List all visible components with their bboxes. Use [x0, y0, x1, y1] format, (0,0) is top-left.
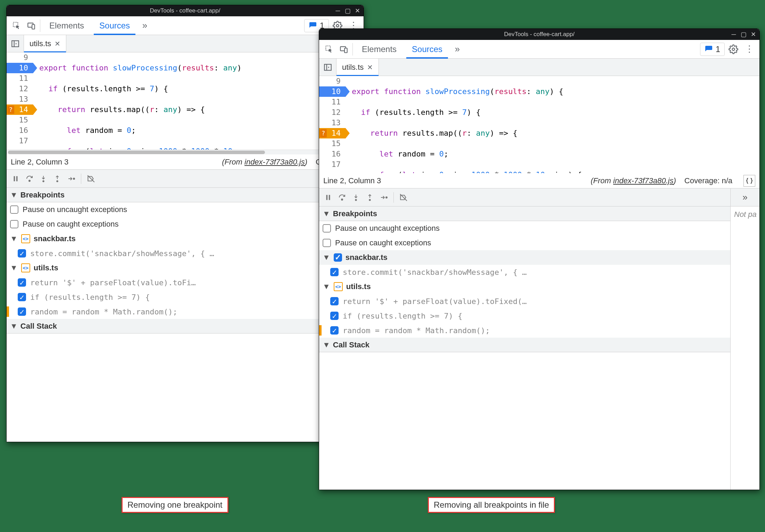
breakpoint-item[interactable]: ✓ if (results.length >= 7) { 10 — [319, 309, 759, 323]
pause-uncaught-row[interactable]: Pause on uncaught exceptions — [319, 221, 759, 236]
more-panes-icon[interactable]: » — [731, 188, 759, 206]
line-gutter[interactable]: 9 10 11 12 13 ?14 15 16 17 — [7, 52, 33, 150]
tab-elements[interactable]: Elements — [354, 40, 404, 58]
breakpoint-item[interactable]: ✓ return '$' + parseFloat(value).toFixed… — [319, 294, 759, 309]
navigator-toggle-icon[interactable] — [7, 35, 24, 52]
source-origin-link[interactable]: index-73f73a80.js — [613, 176, 674, 185]
checkbox-checked[interactable]: ✓ — [18, 249, 26, 257]
inspect-icon[interactable] — [9, 18, 24, 33]
checkbox-checked[interactable]: ✓ — [330, 268, 339, 276]
more-tabs-icon[interactable]: » — [450, 42, 465, 57]
breakpoint-item[interactable]: ✓ random = random * Math.random(); 14 — [7, 304, 364, 319]
gutter-line-breakpoint[interactable]: 10 — [319, 86, 346, 97]
navigator-toggle-icon[interactable] — [319, 59, 336, 76]
step-icon[interactable] — [377, 191, 391, 204]
gutter-line[interactable]: 13 — [7, 94, 33, 104]
gutter-line[interactable]: 11 — [7, 73, 33, 84]
step-out-icon[interactable] — [363, 191, 377, 204]
checkbox-checked[interactable]: ✓ — [18, 307, 26, 316]
step-into-icon[interactable] — [36, 172, 50, 186]
gutter-line[interactable]: 11 — [319, 97, 346, 107]
gutter-line[interactable]: 15 — [319, 138, 346, 149]
tab-elements[interactable]: Elements — [42, 16, 92, 35]
inspect-icon[interactable] — [322, 42, 336, 57]
checkbox-checked[interactable]: ✓ — [18, 293, 26, 301]
pause-icon[interactable] — [321, 191, 335, 204]
gutter-line[interactable]: 12 — [7, 84, 33, 94]
gutter-line-conditional-breakpoint[interactable]: ?14 — [7, 104, 33, 115]
titlebar[interactable]: DevTools - coffee-cart.app/ ─ ▢ ✕ — [319, 29, 759, 40]
breakpoint-item[interactable]: ✓ store.commit('snackbar/showMessage', {… — [7, 246, 364, 261]
gutter-line[interactable]: 13 — [319, 118, 346, 128]
code-content[interactable]: export function slowProcessing(results: … — [346, 76, 759, 173]
code-content[interactable]: export function slowProcessing(results: … — [33, 52, 364, 150]
gutter-line[interactable]: 9 — [7, 52, 33, 63]
checkbox-unchecked[interactable] — [10, 220, 18, 228]
minimize-button[interactable]: ─ — [730, 30, 738, 39]
close-button[interactable]: ✕ — [353, 7, 361, 15]
breakpoints-section-header[interactable]: ▼ Breakpoints — [319, 206, 759, 221]
checkbox-checked[interactable]: ✓ — [330, 326, 339, 335]
close-tab-icon[interactable]: ✕ — [55, 40, 60, 48]
gutter-line[interactable]: 15 — [7, 115, 33, 125]
pretty-print-icon[interactable] — [743, 175, 755, 187]
breakpoint-group-snackbar[interactable]: ▼ <> snackbar.ts — [7, 231, 364, 246]
minimize-button[interactable]: ─ — [334, 7, 342, 15]
deactivate-breakpoints-icon[interactable] — [84, 172, 98, 186]
breakpoint-item-hovered[interactable]: ✓ return '$' + parseFloat(value).toFi… 2 — [7, 275, 364, 290]
checkbox-checked[interactable]: ✓ — [330, 297, 339, 305]
close-button[interactable]: ✕ — [749, 30, 757, 39]
gutter-line[interactable]: 12 — [319, 107, 346, 118]
settings-icon[interactable] — [726, 42, 741, 57]
checkbox-unchecked[interactable] — [10, 205, 18, 214]
line-gutter[interactable]: 9 10 11 12 13 ?14 15 16 17 — [319, 76, 346, 173]
kebab-menu-icon[interactable]: ⋮ — [742, 42, 757, 57]
pause-uncaught-row[interactable]: Pause on uncaught exceptions — [7, 202, 364, 217]
callstack-section-header[interactable]: ▼ Call Stack — [7, 319, 364, 333]
deactivate-breakpoints-icon[interactable] — [397, 191, 410, 204]
code-editor[interactable]: 9 10 11 12 13 ?14 15 16 17 export functi… — [319, 76, 759, 173]
step-out-icon[interactable] — [50, 172, 64, 186]
checkbox-checked[interactable]: ✓ — [18, 278, 26, 287]
close-tab-icon[interactable]: ✕ — [367, 63, 373, 71]
horizontal-scrollbar[interactable] — [7, 150, 364, 154]
device-toggle-icon[interactable] — [336, 42, 351, 57]
breakpoint-group-utils[interactable]: ▼ <> utils.ts — [319, 279, 759, 294]
step-over-icon[interactable] — [23, 172, 36, 186]
source-origin-link[interactable]: index-73f73a80.js — [244, 158, 305, 166]
step-over-icon[interactable] — [335, 191, 349, 204]
breakpoint-item[interactable]: ✓ random = random * Math.random(); 14 — [319, 323, 759, 338]
gutter-line[interactable]: 16 — [319, 149, 346, 159]
breakpoint-group-snackbar-hovered[interactable]: ▼ ✓ snackbar.ts — [319, 250, 759, 265]
breakpoint-item[interactable]: ✓ if (results.length >= 7) { 10 — [7, 290, 364, 304]
breakpoint-group-utils[interactable]: ▼ <> utils.ts — [7, 261, 364, 275]
device-toggle-icon[interactable] — [24, 18, 39, 33]
code-editor[interactable]: 9 10 11 12 13 ?14 15 16 17 export functi… — [7, 52, 364, 150]
gutter-line[interactable]: 16 — [7, 125, 33, 136]
step-into-icon[interactable] — [349, 191, 363, 204]
file-tab-utils[interactable]: utils.ts ✕ — [336, 59, 379, 76]
gutter-line[interactable]: 17 — [7, 136, 33, 146]
checkbox-checked[interactable]: ✓ — [334, 253, 342, 262]
pause-caught-row[interactable]: Pause on caught exceptions — [319, 236, 759, 250]
checkbox-unchecked[interactable] — [323, 224, 331, 233]
gutter-line[interactable]: 9 — [319, 76, 346, 86]
checkbox-unchecked[interactable] — [323, 239, 331, 247]
titlebar[interactable]: DevTools - coffee-cart.app/ ─ ▢ ✕ — [7, 5, 364, 16]
tab-sources[interactable]: Sources — [92, 16, 138, 35]
pause-icon[interactable] — [9, 172, 23, 186]
pause-caught-row[interactable]: Pause on caught exceptions — [7, 217, 364, 231]
checkbox-checked[interactable]: ✓ — [330, 312, 339, 320]
gutter-line-conditional-breakpoint[interactable]: ?14 — [319, 128, 346, 138]
more-tabs-icon[interactable]: » — [138, 18, 152, 33]
maximize-button[interactable]: ▢ — [343, 7, 352, 15]
breakpoints-section-header[interactable]: ▼ Breakpoints — [7, 188, 364, 202]
callstack-section-header[interactable]: ▼ Call Stack — [319, 338, 759, 352]
step-icon[interactable] — [64, 172, 78, 186]
breakpoint-item[interactable]: ✓ store.commit('snackbar/showMessage', {… — [319, 265, 759, 279]
tab-sources[interactable]: Sources — [404, 40, 450, 58]
gutter-line[interactable]: 17 — [319, 159, 346, 170]
maximize-button[interactable]: ▢ — [739, 30, 748, 39]
issues-badge[interactable]: 1 — [700, 43, 725, 56]
file-tab-utils[interactable]: utils.ts ✕ — [24, 35, 66, 52]
